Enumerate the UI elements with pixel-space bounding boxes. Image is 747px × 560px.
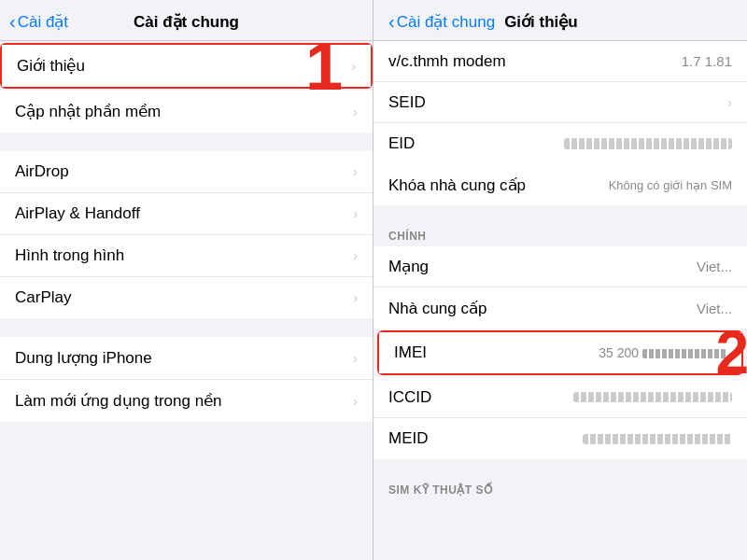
mang-value: Viet... (697, 259, 732, 274)
meid-row: MEID (374, 418, 747, 459)
right-nav-bar: ‹ Cài đặt chung Giới thiệu (374, 0, 747, 41)
sim-header: SIM KỸ THUẬT SỐ (374, 478, 747, 500)
group3: Dung lượng iPhone › Làm mới ứng dụng tro… (0, 337, 373, 422)
carplay-item[interactable]: CarPlay › (0, 277, 373, 318)
bottom-section: ICCID MEID (374, 377, 747, 459)
right-back-label: Cài đặt chung (397, 12, 495, 32)
gioi-thieu-chevron-icon: › (351, 59, 356, 74)
modem-value: 1.7 1.81 (682, 53, 732, 69)
left-back-label: Cài đặt (18, 12, 68, 32)
meid-label: MEID (388, 429, 429, 448)
chinh-header: CHÍNH (374, 224, 747, 246)
left-back-chevron-icon: ‹ (9, 11, 16, 33)
lam-moi-item[interactable]: Làm mới ứng dụng trong nền › (0, 380, 373, 422)
eid-value (564, 138, 732, 149)
airplay-item[interactable]: AirPlay & Handoff › (0, 193, 373, 235)
right-panel: ‹ Cài đặt chung Giới thiệu v/c.thmh mode… (374, 0, 747, 560)
mang-row: Mạng Viet... (374, 246, 747, 287)
seid-label: SEID (388, 93, 426, 112)
imei-value: 35 200 (599, 345, 726, 360)
iccid-label: ICCID (388, 388, 431, 407)
eid-row: EID (374, 123, 747, 164)
step1-badge: 1 (305, 41, 343, 100)
cap-nhat-chevron-icon: › (353, 105, 358, 119)
lam-moi-label: Làm mới ứng dụng trong nền (15, 391, 222, 411)
airplay-label: AirPlay & Handoff (15, 204, 140, 223)
step2-badge: 2 (715, 323, 747, 383)
gioi-thieu-highlighted: Giới thiệu › 1 (0, 43, 373, 89)
lam-moi-chevron-icon: › (353, 394, 358, 409)
right-nav-title: Giới thiệu (504, 12, 578, 32)
khoa-row: Khóa nhà cung cấp Không có giới hạn SIM (374, 164, 747, 205)
nha-cung-cap-value: Viet... (697, 301, 732, 316)
carplay-label: CarPlay (15, 288, 71, 307)
mang-label: Mạng (388, 257, 429, 276)
spacer2 (0, 318, 373, 337)
modem-label: v/c.thmh modem (388, 52, 506, 71)
imei-row: IMEI 35 200 (379, 332, 741, 373)
group2: AirDrop › AirPlay & Handoff › Hình trong… (0, 151, 373, 318)
nha-cung-cap-label: Nhà cung cấp (388, 299, 486, 318)
seid-row[interactable]: SEID › (374, 82, 747, 123)
dung-luong-chevron-icon: › (353, 351, 358, 366)
hinh-label: Hình trong hình (15, 246, 124, 265)
airdrop-label: AirDrop (15, 162, 69, 181)
right-spacer1 (374, 205, 747, 224)
airplay-chevron-icon: › (353, 206, 358, 221)
nha-cung-cap-row: Nhà cung cấp Viet... (374, 287, 747, 329)
carplay-chevron-icon: › (353, 290, 358, 305)
right-back-button[interactable]: ‹ Cài đặt chung (388, 11, 495, 33)
gioi-thieu-label: Giới thiệu (17, 56, 85, 76)
imei-highlighted: IMEI 35 200 2 (377, 330, 743, 375)
khoa-section: Khóa nhà cung cấp Không có giới hạn SIM (374, 164, 747, 205)
left-nav-title: Cài đặt chung (134, 12, 239, 32)
iccid-value (573, 392, 732, 402)
airdrop-chevron-icon: › (353, 164, 358, 179)
cap-nhat-label: Cập nhật phần mềm (15, 102, 161, 121)
left-panel: ‹ Cài đặt Cài đặt chung Giới thiệu › 1 C… (0, 0, 374, 560)
khoa-label: Khóa nhà cung cấp (388, 175, 526, 195)
left-back-button[interactable]: ‹ Cài đặt (9, 11, 68, 33)
meid-value (583, 434, 732, 444)
top-section: v/c.thmh modem 1.7 1.81 SEID › EID (374, 41, 747, 164)
seid-chevron-icon: › (727, 95, 732, 110)
hinh-chevron-icon: › (353, 248, 358, 263)
right-back-chevron-icon: ‹ (388, 11, 395, 33)
dung-luong-item[interactable]: Dung lượng iPhone › (0, 337, 373, 380)
eid-label: EID (388, 134, 415, 153)
right-spacer2 (374, 459, 747, 478)
imei-label: IMEI (394, 343, 427, 362)
iccid-row: ICCID (374, 377, 747, 418)
modem-row: v/c.thmh modem 1.7 1.81 (374, 41, 747, 82)
chinh-section: Mạng Viet... Nhà cung cấp Viet... (374, 246, 747, 329)
airdrop-item[interactable]: AirDrop › (0, 151, 373, 193)
khoa-value: Không có giới hạn SIM (609, 178, 732, 192)
dung-luong-label: Dung lượng iPhone (15, 348, 152, 368)
spacer1 (0, 133, 373, 151)
right-content: v/c.thmh modem 1.7 1.81 SEID › EID Khóa … (374, 41, 747, 560)
hinh-item[interactable]: Hình trong hình › (0, 235, 373, 277)
left-nav-bar: ‹ Cài đặt Cài đặt chung (0, 0, 373, 41)
left-settings-list: Giới thiệu › 1 Cập nhật phần mềm › AirDr… (0, 41, 373, 560)
